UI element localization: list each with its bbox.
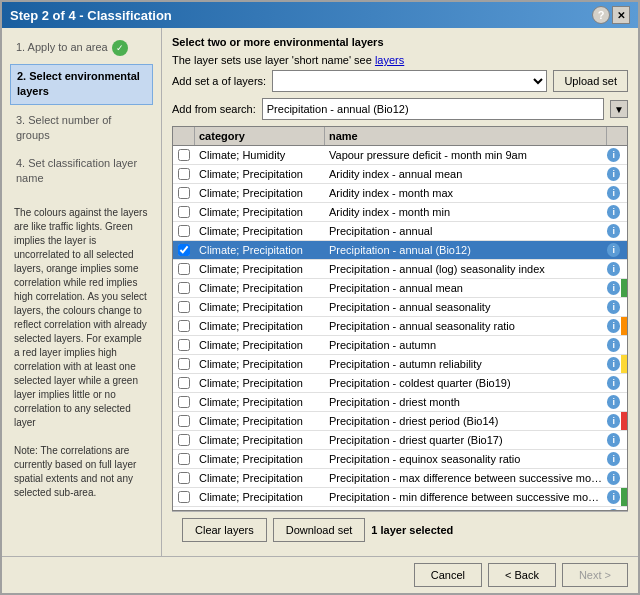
table-row[interactable]: Climate; PrecipitationPrecipitation - au… [173,355,627,374]
info-icon[interactable]: i [607,319,620,333]
info-icon[interactable]: i [607,357,620,371]
download-set-button[interactable]: Download set [273,518,366,542]
table-row[interactable]: Climate; PrecipitationPrecipitation - an… [173,298,627,317]
row-checkbox[interactable] [173,320,195,332]
row-checkbox[interactable] [173,396,195,408]
layer-checkbox[interactable] [178,358,190,370]
row-checkbox[interactable] [173,187,195,199]
next-button[interactable]: Next > [562,563,628,587]
close-button[interactable]: ✕ [612,6,630,24]
row-checkbox[interactable] [173,225,195,237]
clear-layers-button[interactable]: Clear layers [182,518,267,542]
row-checkbox[interactable] [173,168,195,180]
table-row[interactable]: Climate; PrecipitationPrecipitation - mi… [173,488,627,507]
layer-checkbox[interactable] [178,453,190,465]
color-indicator [621,222,627,240]
layer-checkbox[interactable] [178,168,190,180]
row-checkbox[interactable] [173,244,195,256]
row-category: Climate; Precipitation [195,375,325,391]
back-button[interactable]: < Back [488,563,556,587]
table-row[interactable]: Climate; PrecipitationPrecipitation - dr… [173,431,627,450]
table-row[interactable]: Climate; PrecipitationAridity index - mo… [173,203,627,222]
info-icon[interactable]: i [607,452,620,466]
table-row[interactable]: Climate; PrecipitationPrecipitation - an… [173,241,627,260]
row-checkbox[interactable] [173,282,195,294]
table-row[interactable]: Climate; PrecipitationPrecipitation - an… [173,260,627,279]
layer-checkbox[interactable] [178,320,190,332]
row-checkbox[interactable] [173,491,195,503]
layer-checkbox[interactable] [178,339,190,351]
layer-checkbox[interactable] [178,225,190,237]
layer-checkbox[interactable] [178,491,190,503]
table-row[interactable]: Climate; PrecipitationPrecipitation - ma… [173,469,627,488]
layer-checkbox[interactable] [178,415,190,427]
layer-checkbox[interactable] [178,396,190,408]
table-row[interactable]: Climate; PrecipitationPrecipitation - eq… [173,450,627,469]
row-checkbox[interactable] [173,206,195,218]
info-icon[interactable]: i [607,224,620,238]
info-icon[interactable]: i [607,205,620,219]
table-row[interactable]: Climate; PrecipitationAridity index - an… [173,165,627,184]
help-button[interactable]: ? [592,6,610,24]
info-icon[interactable]: i [607,243,620,257]
row-end: i [607,450,627,468]
layer-checkbox[interactable] [178,263,190,275]
search-input[interactable] [262,98,604,120]
color-indicator [621,336,627,354]
row-checkbox[interactable] [173,149,195,161]
info-icon[interactable]: i [607,262,620,276]
table-row[interactable]: Climate; PrecipitationPrecipitation - an… [173,222,627,241]
layer-checkbox[interactable] [178,187,190,199]
info-icon[interactable]: i [607,148,620,162]
layer-checkbox[interactable] [178,377,190,389]
table-row[interactable]: Climate; HumidityVapour pressure deficit… [173,146,627,165]
layers-link[interactable]: layers [375,54,404,66]
row-checkbox[interactable] [173,434,195,446]
table-row[interactable]: Climate; PrecipitationPrecipitation - an… [173,279,627,298]
layer-checkbox[interactable] [178,206,190,218]
table-row[interactable]: Climate; PrecipitationPrecipitation - co… [173,374,627,393]
row-checkbox[interactable] [173,377,195,389]
info-icon[interactable]: i [607,281,620,295]
row-checkbox[interactable] [173,339,195,351]
row-checkbox[interactable] [173,301,195,313]
row-checkbox[interactable] [173,263,195,275]
table-row[interactable]: Climate; PrecipitationPrecipitation - dr… [173,412,627,431]
color-indicator [621,431,627,449]
info-icon[interactable]: i [607,186,620,200]
info-icon[interactable]: i [607,509,620,510]
row-checkbox[interactable] [173,415,195,427]
info-icon[interactable]: i [607,300,620,314]
info-icon[interactable]: i [607,395,620,409]
upload-set-button[interactable]: Upload set [553,70,628,92]
row-checkbox[interactable] [173,358,195,370]
cancel-button[interactable]: Cancel [414,563,482,587]
layer-checkbox[interactable] [178,282,190,294]
info-icon[interactable]: i [607,167,620,181]
layer-checkbox[interactable] [178,301,190,313]
row-checkbox[interactable] [173,453,195,465]
layer-set-select[interactable] [272,70,547,92]
color-indicator [621,203,627,221]
info-icon[interactable]: i [607,376,620,390]
row-category: Climate; Precipitation [195,470,325,486]
info-icon[interactable]: i [607,471,620,485]
table-row[interactable]: Climate; PrecipitationPrecipitation - dr… [173,393,627,412]
row-checkbox[interactable] [173,472,195,484]
table-row[interactable]: Climate; PrecipitationAridity index - mo… [173,184,627,203]
table-row[interactable]: Climate; PrecipitationPrecipitation - au… [173,336,627,355]
table-row[interactable]: Climate; PrecipitationPrecipitation - se… [173,507,627,510]
color-indicator [621,450,627,468]
info-icon[interactable]: i [607,490,620,504]
layer-checkbox[interactable] [178,434,190,446]
info-icon[interactable]: i [607,433,620,447]
search-dropdown-button[interactable]: ▼ [610,100,628,118]
info-icon[interactable]: i [607,338,620,352]
row-category: Climate; Precipitation [195,508,325,510]
layer-checkbox[interactable] [178,244,190,256]
table-row[interactable]: Climate; PrecipitationPrecipitation - an… [173,317,627,336]
layer-checkbox[interactable] [178,149,190,161]
layer-checkbox[interactable] [178,472,190,484]
info-icon[interactable]: i [607,414,620,428]
row-name: Precipitation - annual seasonality [325,299,607,315]
